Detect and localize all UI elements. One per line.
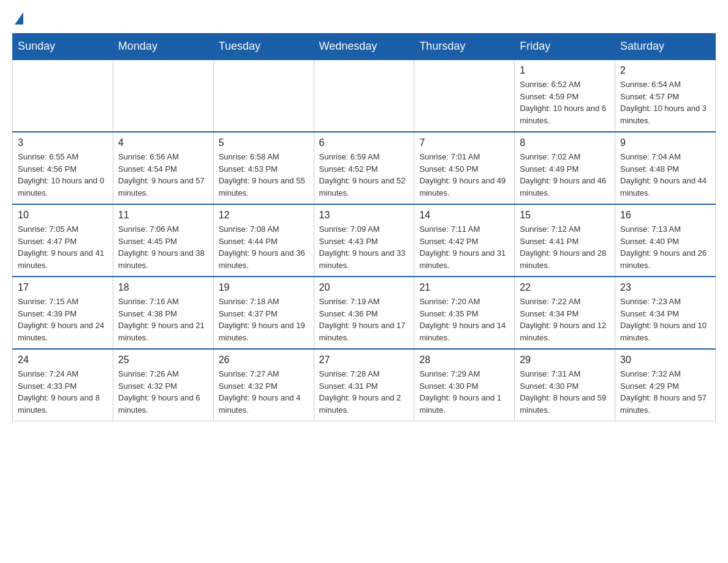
day-number: 29: [520, 354, 610, 366]
week-row-1: 1Sunrise: 6:52 AMSunset: 4:59 PMDaylight…: [13, 59, 716, 132]
weekday-header-row: SundayMondayTuesdayWednesdayThursdayFrid…: [13, 34, 716, 60]
calendar-cell: 24Sunrise: 7:24 AMSunset: 4:33 PMDayligh…: [13, 349, 113, 421]
day-number: 6: [319, 137, 409, 148]
calendar-cell: 11Sunrise: 7:06 AMSunset: 4:45 PMDayligh…: [113, 204, 213, 277]
day-number: 9: [620, 137, 710, 148]
calendar-cell: 21Sunrise: 7:20 AMSunset: 4:35 PMDayligh…: [414, 277, 515, 349]
day-number: 3: [18, 137, 108, 148]
day-info: Sunrise: 6:54 AMSunset: 4:57 PMDaylight:…: [620, 79, 710, 126]
weekday-header-saturday: Saturday: [615, 34, 716, 60]
day-info: Sunrise: 7:28 AMSunset: 4:31 PMDaylight:…: [319, 368, 409, 416]
day-number: 26: [219, 354, 309, 366]
weekday-header-tuesday: Tuesday: [213, 34, 314, 60]
day-info: Sunrise: 6:59 AMSunset: 4:52 PMDaylight:…: [319, 151, 409, 199]
calendar-cell: 16Sunrise: 7:13 AMSunset: 4:40 PMDayligh…: [615, 204, 716, 277]
day-number: 20: [319, 282, 409, 293]
weekday-header-friday: Friday: [515, 34, 615, 60]
weekday-header-thursday: Thursday: [414, 34, 515, 60]
calendar-cell: 12Sunrise: 7:08 AMSunset: 4:44 PMDayligh…: [213, 204, 314, 277]
day-number: 17: [18, 282, 108, 293]
day-number: 8: [520, 137, 610, 148]
day-info: Sunrise: 7:27 AMSunset: 4:32 PMDaylight:…: [219, 368, 309, 416]
calendar-cell: 4Sunrise: 6:56 AMSunset: 4:54 PMDaylight…: [113, 132, 213, 204]
weekday-header-monday: Monday: [113, 34, 213, 60]
day-info: Sunrise: 7:18 AMSunset: 4:37 PMDaylight:…: [219, 296, 309, 343]
week-row-3: 10Sunrise: 7:05 AMSunset: 4:47 PMDayligh…: [13, 204, 716, 277]
calendar-cell: [414, 59, 515, 132]
day-number: 28: [419, 354, 509, 366]
calendar-cell: 5Sunrise: 6:58 AMSunset: 4:53 PMDaylight…: [213, 132, 314, 204]
calendar-cell: 15Sunrise: 7:12 AMSunset: 4:41 PMDayligh…: [515, 204, 615, 277]
week-row-4: 17Sunrise: 7:15 AMSunset: 4:39 PMDayligh…: [13, 277, 716, 349]
day-info: Sunrise: 7:05 AMSunset: 4:47 PMDaylight:…: [18, 223, 108, 271]
day-info: Sunrise: 6:56 AMSunset: 4:54 PMDaylight:…: [118, 151, 208, 199]
calendar-cell: 3Sunrise: 6:55 AMSunset: 4:56 PMDaylight…: [13, 132, 113, 204]
day-number: 14: [419, 210, 509, 221]
calendar-cell: 23Sunrise: 7:23 AMSunset: 4:34 PMDayligh…: [615, 277, 716, 349]
calendar-cell: [314, 59, 414, 132]
calendar-cell: 6Sunrise: 6:59 AMSunset: 4:52 PMDaylight…: [314, 132, 414, 204]
weekday-header-wednesday: Wednesday: [314, 34, 414, 60]
day-info: Sunrise: 7:09 AMSunset: 4:43 PMDaylight:…: [319, 223, 409, 271]
day-number: 27: [319, 354, 409, 366]
day-info: Sunrise: 7:12 AMSunset: 4:41 PMDaylight:…: [520, 223, 610, 271]
day-info: Sunrise: 7:08 AMSunset: 4:44 PMDaylight:…: [219, 223, 309, 271]
day-info: Sunrise: 7:22 AMSunset: 4:34 PMDaylight:…: [520, 296, 610, 343]
calendar-cell: 13Sunrise: 7:09 AMSunset: 4:43 PMDayligh…: [314, 204, 414, 277]
calendar-cell: 29Sunrise: 7:31 AMSunset: 4:30 PMDayligh…: [515, 349, 615, 421]
day-info: Sunrise: 7:31 AMSunset: 4:30 PMDaylight:…: [520, 368, 610, 416]
calendar-cell: 30Sunrise: 7:32 AMSunset: 4:29 PMDayligh…: [615, 349, 716, 421]
day-number: 15: [520, 210, 610, 221]
day-info: Sunrise: 7:13 AMSunset: 4:40 PMDaylight:…: [620, 223, 710, 271]
day-info: Sunrise: 7:04 AMSunset: 4:48 PMDaylight:…: [620, 151, 710, 199]
day-info: Sunrise: 7:20 AMSunset: 4:35 PMDaylight:…: [419, 296, 509, 343]
day-info: Sunrise: 7:15 AMSunset: 4:39 PMDaylight:…: [18, 296, 108, 343]
day-number: 10: [18, 210, 108, 221]
day-number: 2: [620, 65, 710, 76]
day-number: 11: [118, 210, 208, 221]
day-info: Sunrise: 7:23 AMSunset: 4:34 PMDaylight:…: [620, 296, 710, 343]
calendar-cell: 17Sunrise: 7:15 AMSunset: 4:39 PMDayligh…: [13, 277, 113, 349]
day-info: Sunrise: 7:06 AMSunset: 4:45 PMDaylight:…: [118, 223, 208, 271]
day-number: 5: [219, 137, 309, 148]
day-info: Sunrise: 7:19 AMSunset: 4:36 PMDaylight:…: [319, 296, 409, 343]
calendar-cell: 25Sunrise: 7:26 AMSunset: 4:32 PMDayligh…: [113, 349, 213, 421]
day-info: Sunrise: 6:52 AMSunset: 4:59 PMDaylight:…: [520, 79, 610, 126]
calendar-cell: [213, 59, 314, 132]
calendar-cell: 1Sunrise: 6:52 AMSunset: 4:59 PMDaylight…: [515, 59, 615, 132]
calendar-cell: 7Sunrise: 7:01 AMSunset: 4:50 PMDaylight…: [414, 132, 515, 204]
day-info: Sunrise: 7:02 AMSunset: 4:49 PMDaylight:…: [520, 151, 610, 199]
day-info: Sunrise: 7:29 AMSunset: 4:30 PMDaylight:…: [419, 368, 509, 416]
day-number: 22: [520, 282, 610, 293]
calendar-cell: 10Sunrise: 7:05 AMSunset: 4:47 PMDayligh…: [13, 204, 113, 277]
calendar-cell: [113, 59, 213, 132]
calendar-cell: 20Sunrise: 7:19 AMSunset: 4:36 PMDayligh…: [314, 277, 414, 349]
day-number: 13: [319, 210, 409, 221]
calendar-cell: [13, 59, 113, 132]
day-number: 4: [118, 137, 208, 148]
day-number: 23: [620, 282, 710, 293]
calendar-cell: 22Sunrise: 7:22 AMSunset: 4:34 PMDayligh…: [515, 277, 615, 349]
calendar-cell: 26Sunrise: 7:27 AMSunset: 4:32 PMDayligh…: [213, 349, 314, 421]
header: [12, 12, 716, 27]
logo: [12, 12, 23, 27]
day-info: Sunrise: 7:32 AMSunset: 4:29 PMDaylight:…: [620, 368, 710, 416]
day-info: Sunrise: 7:16 AMSunset: 4:38 PMDaylight:…: [118, 296, 208, 343]
day-info: Sunrise: 7:11 AMSunset: 4:42 PMDaylight:…: [419, 223, 509, 271]
day-info: Sunrise: 7:26 AMSunset: 4:32 PMDaylight:…: [118, 368, 208, 416]
day-number: 25: [118, 354, 208, 366]
day-info: Sunrise: 6:58 AMSunset: 4:53 PMDaylight:…: [219, 151, 309, 199]
day-number: 12: [219, 210, 309, 221]
calendar-cell: 2Sunrise: 6:54 AMSunset: 4:57 PMDaylight…: [615, 59, 716, 132]
day-number: 21: [419, 282, 509, 293]
day-number: 7: [419, 137, 509, 148]
calendar-cell: 14Sunrise: 7:11 AMSunset: 4:42 PMDayligh…: [414, 204, 515, 277]
day-info: Sunrise: 6:55 AMSunset: 4:56 PMDaylight:…: [18, 151, 108, 199]
day-number: 16: [620, 210, 710, 221]
calendar-cell: 19Sunrise: 7:18 AMSunset: 4:37 PMDayligh…: [213, 277, 314, 349]
weekday-header-sunday: Sunday: [13, 34, 113, 60]
day-number: 18: [118, 282, 208, 293]
week-row-5: 24Sunrise: 7:24 AMSunset: 4:33 PMDayligh…: [13, 349, 716, 421]
calendar-cell: 28Sunrise: 7:29 AMSunset: 4:30 PMDayligh…: [414, 349, 515, 421]
calendar: SundayMondayTuesdayWednesdayThursdayFrid…: [12, 33, 716, 421]
